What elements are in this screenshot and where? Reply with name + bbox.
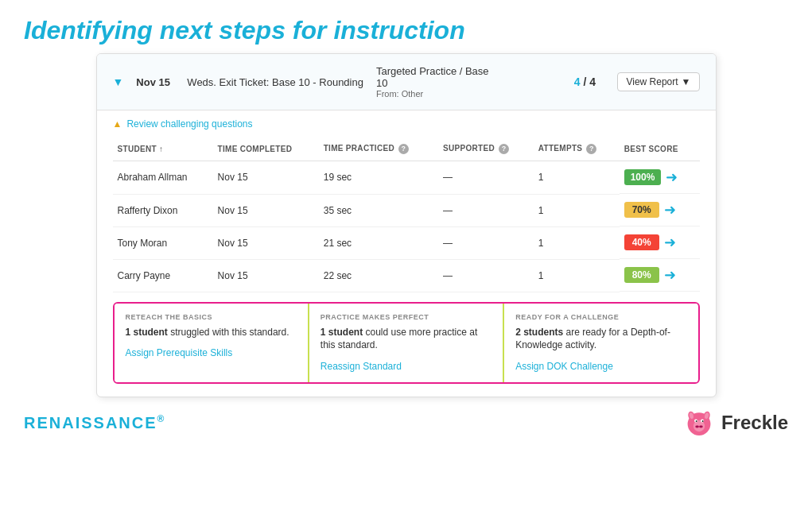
freckle-pig-icon: [683, 407, 715, 439]
cell-supported: —: [438, 259, 534, 292]
cell-time-completed: Nov 15: [213, 161, 319, 195]
col-best-score: BEST SCORE: [620, 137, 700, 161]
cell-attempts: 1: [534, 226, 620, 259]
svg-point-7: [697, 426, 699, 428]
renaissance-registered-icon: ®: [157, 413, 166, 424]
bottom-panel-bold: 1 student: [321, 327, 363, 338]
cell-time-completed: Nov 15: [213, 194, 319, 226]
table-row: Abraham Allman Nov 15 19 sec — 1 100% ➜: [113, 161, 700, 195]
bottom-panel-title: RETEACH THE BASICS: [126, 313, 297, 321]
bottom-panels: RETEACH THE BASICS 1 student struggled w…: [113, 302, 700, 385]
alert-icon: ▲: [113, 118, 122, 130]
table-row: Rafferty Dixon Nov 15 35 sec — 1 70% ➜: [113, 194, 700, 226]
page-title: Identifying next steps for instruction: [0, 0, 812, 53]
cell-student: Tony Moran: [113, 226, 213, 259]
bottom-panel-bold: 1 student: [126, 327, 168, 338]
view-report-label: View Report: [626, 76, 678, 87]
freckle-text: Freckle: [721, 412, 788, 434]
cell-attempts: 1: [534, 194, 620, 226]
svg-point-6: [696, 426, 697, 428]
cell-best-score: 70% ➜: [620, 194, 700, 226]
supported-help-icon[interactable]: ?: [499, 144, 509, 154]
svg-point-13: [702, 420, 704, 422]
cell-supported: —: [438, 226, 534, 259]
header-date: Nov 15: [136, 76, 174, 88]
cell-time-practiced: 35 sec: [319, 194, 438, 226]
type-line1: Targeted Practice / Base: [376, 65, 553, 77]
score-badge: 70%: [624, 202, 659, 218]
bottom-panel-bold: 2 students: [515, 327, 563, 338]
assignment-title: Weds. Exit Ticket: Base 10 - Rounding: [187, 76, 363, 88]
dropdown-arrow-icon: ▼: [682, 76, 691, 87]
card-header: ▼ Nov 15 Weds. Exit Ticket: Base 10 - Ro…: [97, 54, 716, 110]
page-footer: RENAISSANCE® Freckle: [0, 397, 812, 439]
svg-point-8: [700, 426, 701, 428]
col-student: STUDENT ↑: [113, 137, 213, 161]
col-time-completed: TIME COMPLETED: [213, 137, 319, 161]
score-numerator: 4: [574, 75, 581, 88]
score-info: 4 / 4: [565, 75, 604, 88]
cell-time-completed: Nov 15: [213, 226, 319, 259]
freckle-logo: Freckle: [683, 407, 788, 439]
type-line2: 10: [376, 77, 553, 89]
row-arrow-icon[interactable]: ➜: [664, 234, 676, 251]
score-badge: 40%: [624, 234, 659, 250]
renaissance-logo: RENAISSANCE®: [24, 413, 165, 432]
bottom-panel-2: READY FOR A CHALLENGE 2 students are rea…: [504, 304, 697, 383]
view-report-button[interactable]: View Report ▼: [617, 72, 699, 91]
bottom-panel-title: READY FOR A CHALLENGE: [515, 313, 686, 321]
cell-student: Abraham Allman: [113, 161, 213, 195]
cell-supported: —: [438, 161, 534, 195]
bottom-panel-link[interactable]: Reassign Standard: [321, 361, 402, 372]
table-row: Carry Payne Nov 15 22 sec — 1 80% ➜: [113, 259, 700, 292]
col-attempts: AtTEMPTS ?: [534, 137, 620, 161]
svg-point-9: [701, 426, 702, 428]
bottom-panel-text: 1 student struggled with this standard.: [126, 326, 297, 339]
cell-time-practiced: 21 sec: [319, 226, 438, 259]
col-supported: SUPPORTED ?: [438, 137, 534, 161]
cell-attempts: 1: [534, 259, 620, 292]
bottom-panel-text: 1 student could use more practice at thi…: [321, 326, 491, 353]
cell-attempts: 1: [534, 161, 620, 195]
row-arrow-icon[interactable]: ➜: [664, 201, 676, 219]
svg-point-12: [696, 420, 697, 422]
row-arrow-icon[interactable]: ➜: [666, 168, 678, 186]
score-denominator: 4: [589, 75, 596, 88]
cell-student: Rafferty Dixon: [113, 194, 213, 226]
cell-time-completed: Nov 15: [213, 259, 319, 292]
from-label: From: Other: [376, 89, 553, 99]
student-table: STUDENT ↑ TIME COMPLETED TIME PRACTICED …: [113, 137, 700, 292]
row-arrow-icon[interactable]: ➜: [664, 266, 676, 284]
cell-supported: —: [438, 194, 534, 226]
col-time-practiced: TIME PRACTICED ?: [319, 137, 438, 161]
chevron-down-icon[interactable]: ▼: [113, 75, 124, 88]
main-content: ▼ Nov 15 Weds. Exit Ticket: Base 10 - Ro…: [0, 53, 812, 397]
bottom-panel-link[interactable]: Assign DOK Challenge: [515, 361, 613, 372]
score-badge: 80%: [624, 267, 659, 283]
bottom-panel-0: RETEACH THE BASICS 1 student struggled w…: [115, 304, 309, 383]
alert-link[interactable]: Review challenging questions: [126, 118, 252, 130]
table-header-row: STUDENT ↑ TIME COMPLETED TIME PRACTICED …: [113, 137, 700, 161]
renaissance-logo-text: RENAISSANCE: [24, 414, 157, 432]
table-row: Tony Moran Nov 15 21 sec — 1 40% ➜: [113, 226, 700, 259]
bottom-panel-title: PRACTICE MAKES PERFECT: [321, 313, 491, 321]
cell-best-score: 40% ➜: [620, 226, 700, 259]
time-practiced-help-icon[interactable]: ?: [398, 144, 409, 154]
report-card: ▼ Nov 15 Weds. Exit Ticket: Base 10 - Ro…: [96, 53, 717, 397]
alert-row: ▲ Review challenging questions: [97, 110, 716, 137]
table-wrapper: STUDENT ↑ TIME COMPLETED TIME PRACTICED …: [97, 137, 716, 292]
bottom-panel-text: 2 students are ready for a Depth-of-Know…: [515, 326, 686, 353]
attempts-help-icon[interactable]: ?: [586, 144, 596, 154]
bottom-panel-1: PRACTICE MAKES PERFECT 1 student could u…: [309, 304, 504, 383]
cell-time-practiced: 19 sec: [319, 161, 438, 195]
cell-best-score: 80% ➜: [620, 259, 700, 292]
cell-student: Carry Payne: [113, 259, 213, 292]
cell-time-practiced: 22 sec: [319, 259, 438, 292]
bottom-panel-link[interactable]: Assign Prerequisite Skills: [126, 347, 233, 358]
assignment-type: Targeted Practice / Base 10 From: Other: [376, 65, 553, 99]
score-badge: 100%: [624, 169, 662, 185]
cell-best-score: 100% ➜: [620, 161, 700, 194]
